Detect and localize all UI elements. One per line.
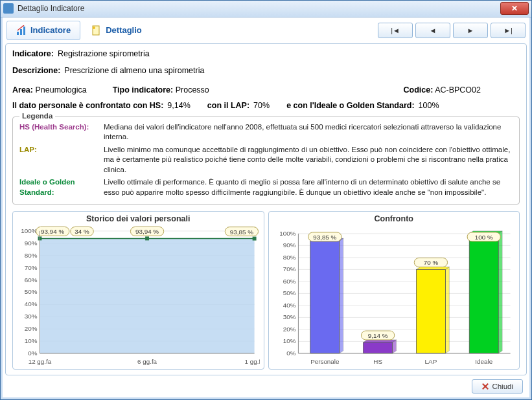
svg-text:93,85 %: 93,85 % <box>230 228 253 236</box>
svg-rect-67 <box>310 241 339 353</box>
confronto-b: con il LAP: <box>207 101 249 110</box>
svg-rect-2 <box>23 27 25 35</box>
svg-text:40%: 40% <box>25 300 38 307</box>
svg-text:LAP: LAP <box>424 358 437 365</box>
svg-text:30%: 30% <box>25 313 38 320</box>
topbar: Indicatore Dettaglio |◄ ◄ ► ►| <box>4 19 528 42</box>
legend-row-lap: LAP: Livello minimo ma comunque accettab… <box>19 145 513 175</box>
svg-text:100%: 100% <box>279 230 295 237</box>
svg-text:93,85 %: 93,85 % <box>313 234 336 241</box>
svg-text:40%: 40% <box>283 302 295 309</box>
chart-icon <box>16 25 27 36</box>
document-icon <box>91 25 102 36</box>
svg-text:60%: 60% <box>283 278 295 285</box>
svg-marker-77 <box>445 267 449 353</box>
first-icon: |◄ <box>391 27 400 34</box>
svg-text:30%: 30% <box>283 314 295 321</box>
svg-marker-65 <box>339 239 343 354</box>
svg-text:50%: 50% <box>25 289 38 296</box>
tab-dettaglio-label: Dettaglio <box>106 25 142 35</box>
row-confronto: Il dato personale è confrontato con HS: … <box>12 101 520 110</box>
area-value: Pneumologica <box>35 85 86 94</box>
svg-text:1 gg.fa: 1 gg.fa <box>245 358 260 365</box>
legend-row-hs: HS (Health Search): Mediana dei valori d… <box>19 122 513 142</box>
svg-text:Ideale: Ideale <box>475 358 492 365</box>
codice-value: AC-BPCO02 <box>435 85 481 94</box>
svg-text:50%: 50% <box>283 290 295 297</box>
legend-ideal-def: Livello ottimale di performance. È quant… <box>104 177 513 197</box>
svg-text:HS: HS <box>373 358 382 365</box>
descrizione-value: Prescrizione di almeno una spirometria <box>64 66 204 75</box>
svg-text:93,94 %: 93,94 % <box>135 228 159 236</box>
legend-row-ideal: Ideale o Golden Standard: Livello ottima… <box>19 177 513 197</box>
svg-text:12 gg.fa: 12 gg.fa <box>29 358 52 365</box>
app-window: Dettaglio Indicatore ✕ Indicatore Dettag… <box>0 0 532 400</box>
legend-box: Legenda HS (Health Search): Mediana dei … <box>12 117 520 205</box>
svg-text:20%: 20% <box>283 326 295 333</box>
svg-marker-83 <box>498 231 502 353</box>
svg-text:70 %: 70 % <box>423 260 438 267</box>
row-meta: Area: Pneumologica Tipo indicatore: Proc… <box>12 85 520 94</box>
svg-text:20%: 20% <box>25 325 38 332</box>
row-descrizione: Descrizione: Prescrizione di almeno una … <box>12 66 520 75</box>
confronto-hs: 9,14% <box>167 101 190 110</box>
svg-rect-30 <box>145 237 149 241</box>
tab-dettaglio[interactable]: Dettaglio <box>82 21 152 40</box>
chart-confronto-title: Confronto <box>273 214 516 223</box>
content-area: Indicatore Dettaglio |◄ ◄ ► ►| Indicator… <box>1 17 531 399</box>
svg-rect-33 <box>253 237 257 241</box>
svg-text:Personale: Personale <box>310 358 340 365</box>
svg-text:90%: 90% <box>25 239 38 247</box>
tipo-value: Processo <box>176 85 209 94</box>
chart-storico-title: Storico dei valori personali <box>17 214 260 223</box>
window-close-button[interactable]: ✕ <box>500 2 529 15</box>
indicatore-value: Registrazione spirometria <box>58 49 150 58</box>
tabs: Indicatore Dettaglio <box>6 21 376 40</box>
svg-text:90%: 90% <box>283 242 295 249</box>
svg-text:100%: 100% <box>21 227 37 234</box>
main-panel: Indicatore: Registrazione spirometria De… <box>5 43 527 375</box>
svg-rect-73 <box>363 342 392 353</box>
svg-marker-72 <box>363 340 396 342</box>
svg-text:100 %: 100 % <box>474 234 492 241</box>
svg-point-4 <box>93 27 95 29</box>
svg-text:0%: 0% <box>286 350 295 357</box>
svg-text:80%: 80% <box>283 254 295 261</box>
prev-icon: ◄ <box>430 27 437 34</box>
window-title: Dettaglio Indicatore <box>17 4 500 13</box>
nav-last-button[interactable]: ►| <box>491 23 526 38</box>
confronto-ideal: 100% <box>419 101 439 110</box>
nav-next-button[interactable]: ► <box>453 23 488 38</box>
tab-indicatore[interactable]: Indicatore <box>6 21 80 40</box>
svg-marker-78 <box>416 267 449 270</box>
svg-text:0%: 0% <box>28 350 37 357</box>
nav-buttons: |◄ ◄ ► ►| <box>378 23 526 38</box>
svg-rect-85 <box>469 234 498 353</box>
legend-hs-label: HS (Health Search): <box>19 122 104 142</box>
chiudi-label: Chiudi <box>492 383 513 390</box>
tipo-label: Tipo indicatore: <box>113 85 174 94</box>
legend-title: Legenda <box>19 112 55 120</box>
confronto-c: e con l'Ideale o Golden Standard: <box>286 101 414 110</box>
charts-row: Storico dei valori personali 0%10%20%30%… <box>12 211 520 370</box>
chiudi-button[interactable]: Chiudi <box>472 379 523 394</box>
chart-storico-svg: 0%10%20%30%40%50%60%70%80%90%100%93,94 %… <box>17 225 260 366</box>
area-label: Area: <box>12 85 33 94</box>
svg-text:10%: 10% <box>25 337 38 344</box>
svg-text:93,94 %: 93,94 % <box>41 228 64 236</box>
legend-lap-def: Livello minimo ma comunque accettabile d… <box>104 145 513 175</box>
codice-label: Codice: <box>404 85 434 94</box>
titlebar: Dettaglio Indicatore ✕ <box>1 1 531 17</box>
close-icon <box>481 383 489 390</box>
chart-storico: Storico dei valori personali 0%10%20%30%… <box>12 211 264 370</box>
svg-text:34 %: 34 % <box>75 228 89 236</box>
next-icon: ► <box>467 27 474 34</box>
svg-rect-1 <box>20 29 22 35</box>
nav-prev-button[interactable]: ◄ <box>415 23 450 38</box>
nav-first-button[interactable]: |◄ <box>378 23 413 38</box>
confronto-lap: 70% <box>253 101 270 110</box>
chart-confronto-svg: 0%10%20%30%40%50%60%70%80%90%100%93,85 %… <box>273 225 516 366</box>
legend-lap-label: LAP: <box>19 145 104 175</box>
svg-rect-79 <box>416 270 445 353</box>
descrizione-label: Descrizione: <box>12 66 60 75</box>
